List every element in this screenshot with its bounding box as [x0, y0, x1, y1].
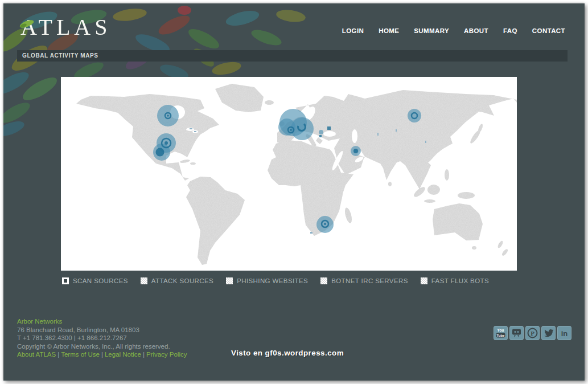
- legend-item-botnet-irc-servers[interactable]: BOTNET IRC SERVERS: [320, 277, 408, 284]
- activity-marker: [353, 149, 358, 153]
- link-privacy-policy[interactable]: Privacy Policy: [146, 351, 187, 358]
- slideshare-icon[interactable]: [509, 326, 524, 340]
- checkbox-icon[interactable]: [320, 277, 327, 284]
- activity-marker: [327, 126, 331, 130]
- nav-summary[interactable]: SUMMARY: [414, 27, 449, 34]
- link-terms-of-use[interactable]: Terms of Use: [61, 351, 100, 358]
- section-title: GLOBAL ACTIVITY MAPS: [17, 50, 568, 62]
- link-divider: |: [100, 351, 105, 358]
- map-land: [61, 77, 517, 271]
- legend-label: BOTNET IRC SERVERS: [331, 277, 408, 284]
- watermark-text: Visto en gf0s.wordpress.com: [231, 349, 344, 357]
- legend-label: ATTACK SOURCES: [151, 277, 213, 284]
- checkbox-icon[interactable]: [421, 277, 427, 284]
- nav-faq[interactable]: FAQ: [503, 27, 517, 34]
- svg-text:Tube: Tube: [497, 334, 505, 337]
- main-nav: LOGIN HOME SUMMARY ABOUT FAQ CONTACT: [342, 27, 565, 34]
- linkedin-icon[interactable]: in: [557, 326, 571, 340]
- map-legend: SCAN SOURCES ATTACK SOURCES PHISHING WEB…: [62, 277, 489, 284]
- activity-bubble-siberia: [408, 109, 421, 122]
- world-activity-map[interactable]: [61, 77, 517, 271]
- legend-label: PHISHING WEBSITES: [237, 277, 308, 284]
- checkbox-icon[interactable]: [141, 277, 147, 284]
- footer-links: About ATLAS|Terms of Use|Legal Notice|Pr…: [17, 350, 187, 359]
- footer-copyright: Copyright © Arbor Networks, Inc., All ri…: [17, 342, 187, 351]
- activity-marker: [165, 141, 168, 145]
- link-divider: |: [141, 351, 146, 358]
- footer-address: 76 Blanchard Road, Burlington, MA 01803: [17, 326, 187, 334]
- footer: Arbor Networks 76 Blanchard Road, Burlin…: [17, 317, 187, 359]
- section-bar: GLOBAL ACTIVITY MAPS: [17, 50, 568, 62]
- svg-text:in: in: [561, 329, 568, 338]
- activity-marker: [290, 129, 292, 131]
- footer-company: Arbor Networks: [17, 317, 187, 326]
- svg-text:P: P: [531, 330, 534, 337]
- activity-marker: [324, 223, 326, 225]
- twitter-icon[interactable]: [541, 326, 556, 340]
- checkbox-icon[interactable]: [62, 277, 69, 284]
- world-map-svg: [61, 77, 517, 271]
- legend-label: SCAN SOURCES: [73, 277, 128, 284]
- link-legal-notice[interactable]: Legal Notice: [105, 351, 141, 358]
- legend-item-fast-flux-bots[interactable]: FAST FLUX BOTS: [421, 277, 489, 284]
- nav-login[interactable]: LOGIN: [342, 27, 364, 34]
- nav-home[interactable]: HOME: [379, 27, 399, 34]
- social-icons: You Tube P: [494, 326, 571, 340]
- footer-phone: T +1 781.362.4300 | +1 866.212.7267: [17, 334, 187, 342]
- activity-marker: [167, 115, 169, 117]
- pinterest-icon[interactable]: P: [525, 326, 540, 340]
- framed-screenshot: ATLAS LOGIN HOME SUMMARY ABOUT FAQ CONTA…: [0, 0, 588, 384]
- activity-marker: [319, 135, 322, 137]
- legend-item-attack-sources[interactable]: ATTACK SOURCES: [141, 277, 213, 284]
- logo-leaf-icon: [18, 18, 35, 30]
- link-divider: |: [56, 351, 61, 358]
- activity-bubble-eastern-europe: [319, 130, 323, 134]
- link-about-atlas[interactable]: About ATLAS: [17, 351, 56, 358]
- svg-text:You: You: [497, 328, 504, 332]
- legend-label: FAST FLUX BOTS: [431, 277, 489, 284]
- activity-marker: [156, 148, 165, 157]
- legend-item-scan-sources[interactable]: SCAN SOURCES: [62, 277, 128, 284]
- nav-contact[interactable]: CONTACT: [532, 27, 565, 34]
- checkbox-icon[interactable]: [226, 277, 233, 284]
- youtube-icon[interactable]: You Tube: [494, 326, 508, 340]
- atlas-page: ATLAS LOGIN HOME SUMMARY ABOUT FAQ CONTA…: [3, 3, 585, 381]
- nav-about[interactable]: ABOUT: [464, 27, 488, 34]
- legend-item-phishing-websites[interactable]: PHISHING WEBSITES: [226, 277, 308, 284]
